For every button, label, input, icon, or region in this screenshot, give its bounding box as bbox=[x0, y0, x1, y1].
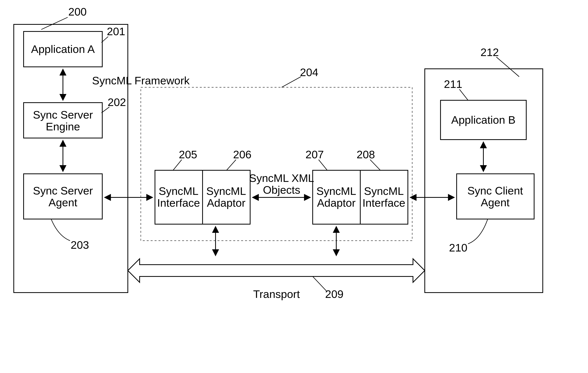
xml-objects-l2: Objects bbox=[263, 184, 300, 196]
ref-205: 205 bbox=[179, 148, 197, 161]
syncml-interface-left-l1: SyncML bbox=[159, 185, 199, 197]
syncml-framework-box bbox=[141, 87, 412, 241]
ref-209: 209 bbox=[325, 288, 343, 300]
client-container bbox=[425, 69, 543, 293]
xml-objects-l1: SyncML XML bbox=[249, 172, 314, 184]
ref-206: 206 bbox=[233, 148, 251, 161]
sync-server-agent-l1: Sync Server bbox=[33, 185, 93, 197]
application-a-label: Application A bbox=[31, 43, 95, 55]
syncml-interface-left-l2: Interface bbox=[157, 197, 200, 209]
ref-208: 208 bbox=[357, 148, 375, 161]
svg-line-0 bbox=[41, 17, 68, 30]
svg-line-8 bbox=[313, 277, 326, 291]
sync-server-engine-l1: Sync Server bbox=[33, 109, 93, 121]
server-container bbox=[14, 24, 128, 293]
syncml-interface-right-l1: SyncML bbox=[364, 185, 404, 197]
sync-client-agent-l2: Agent bbox=[481, 196, 510, 209]
ref-212: 212 bbox=[480, 46, 499, 58]
ref-200: 200 bbox=[68, 6, 86, 18]
svg-line-6 bbox=[319, 160, 327, 170]
syncml-adaptor-right-l2: Adaptor bbox=[317, 197, 356, 209]
transport-arrow bbox=[128, 259, 425, 282]
svg-line-3 bbox=[282, 77, 301, 87]
syncml-framework-title: SyncML Framework bbox=[92, 74, 190, 87]
sync-client-agent-l1: Sync Client bbox=[467, 185, 523, 197]
syncml-adaptor-left-l2: Adaptor bbox=[207, 197, 245, 209]
svg-line-5 bbox=[227, 160, 236, 170]
svg-line-7 bbox=[370, 160, 380, 170]
ref-211: 211 bbox=[444, 78, 462, 90]
ref-203: 203 bbox=[71, 239, 89, 251]
application-b-label: Application B bbox=[451, 114, 516, 126]
ref-202: 202 bbox=[108, 96, 126, 108]
ref-204: 204 bbox=[300, 66, 318, 78]
ref-207: 207 bbox=[305, 148, 324, 161]
transport-label: Transport bbox=[253, 288, 300, 300]
syncml-adaptor-right-l1: SyncML bbox=[316, 185, 356, 197]
sync-server-agent-l2: Agent bbox=[49, 196, 77, 209]
ref-201: 201 bbox=[107, 25, 125, 38]
syncml-adaptor-left-l1: SyncML bbox=[206, 185, 246, 197]
ref-210: 210 bbox=[449, 241, 467, 254]
sync-server-engine-l2: Engine bbox=[46, 120, 80, 133]
syncml-interface-right-l2: Interface bbox=[362, 197, 405, 209]
svg-line-9 bbox=[496, 57, 519, 77]
svg-line-10 bbox=[459, 89, 468, 100]
svg-line-4 bbox=[173, 160, 182, 170]
